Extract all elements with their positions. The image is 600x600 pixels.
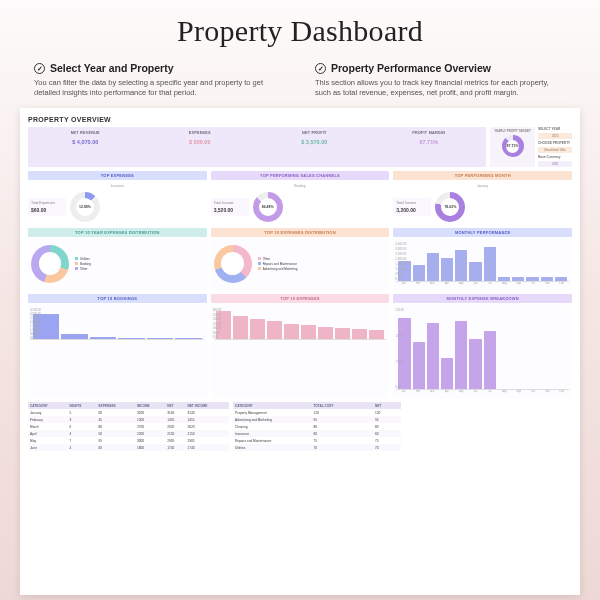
intro-body-0: You can filter the data by selecting a s… [34, 78, 285, 98]
gauge-value: 87.71% [502, 135, 524, 157]
intro-head-1: Property Performance Overview [331, 62, 491, 74]
top-expenses-hdr: TOP 10 EXPENSES [211, 294, 390, 303]
stat-donut: 86.49% [253, 192, 283, 222]
gauge-card: YEARLY PROFIT TARGET 87.71% [490, 127, 535, 167]
chart-bar [413, 265, 425, 281]
kpi-label: NET REVENUE [28, 131, 143, 135]
stat-hdr: TOP EXPENSES [28, 171, 207, 180]
chart-bar [369, 330, 384, 339]
filter-label: SELECT YEAR [538, 127, 572, 131]
kpi-label: EXPENSES [143, 131, 258, 135]
table-left: CATEGORYNIGHTSEXPENSESINCOMENETNET INCOM… [28, 402, 229, 451]
chart-bar [526, 277, 538, 281]
chart-bar [455, 250, 467, 282]
stat-donut: 78.62% [435, 192, 465, 222]
chart-bar [267, 321, 282, 339]
chart-bar [484, 247, 496, 281]
stat-name: Booking [211, 184, 390, 188]
chart-bar [427, 323, 439, 389]
chart-bar [318, 327, 333, 340]
chart-bar [147, 338, 173, 339]
chart-bar [118, 338, 144, 340]
chart-bar [555, 277, 567, 281]
donut-hdr: TOP 10 YEAR EXPENSES DISTRIBUTION [28, 228, 207, 237]
stat-hdr: TOP PERFORMING MONTH [393, 171, 572, 180]
kpi-label: PROFIT MARGIN [372, 131, 487, 135]
chart-bar [455, 321, 467, 389]
filter-label: Base Currency [538, 155, 572, 159]
table-row: Utilities7070 [233, 444, 401, 451]
top-expenses-chart: 300.00250.00200.00150.00100.0050.000.00 [211, 305, 390, 398]
gauge-donut: 87.71% [502, 135, 524, 157]
data-table: CATEGORYNIGHTSEXPENSESINCOMENETNET INCOM… [28, 402, 229, 451]
chart-bar [484, 331, 496, 389]
check-icon: ✓ [34, 63, 45, 74]
chart-bar [61, 334, 87, 339]
stat-name: Insurance [28, 184, 207, 188]
tables-row: CATEGORYNIGHTSEXPENSESINCOMENETNET INCOM… [28, 402, 572, 451]
stat-name: January [393, 184, 572, 188]
kpi-strip: NET REVENUE$ 4,070.00 EXPENSES$ 500.00 N… [28, 127, 486, 167]
dashboard-title: PROPERTY OVERVIEW [28, 116, 572, 123]
table-row: Cleaning8080 [233, 423, 401, 430]
kpi-value: $ 4,070.00 [28, 139, 143, 145]
stat-box: Total Expenses$60.00 [28, 198, 66, 216]
intro-head-0: Select Year and Property [50, 62, 174, 74]
charts-row-2: TOP 10 BOOKINGS 3,500.003,000.002,500.00… [28, 294, 572, 398]
intro-body-1: This section allows you to track key fin… [315, 78, 566, 98]
table-row: April450220021502150 [28, 430, 229, 437]
intro-col-right: ✓ Property Performance Overview This sec… [315, 62, 566, 98]
donut-legend: OtherRepairs and MaintenanceAdvertising … [258, 257, 298, 271]
monthly-perf-chart: 3,500.003,000.002,500.002,000.001,500.00… [393, 239, 572, 290]
table-row: February345150014551455 [28, 416, 229, 423]
intro-col-left: ✓ Select Year and Property You can filte… [34, 62, 285, 98]
monthly-expense-hdr: MONTHLY EXPENSE BREAKDOWN [393, 294, 572, 303]
monthly-perf-hdr: MONTHLY PERFORMANCE [393, 228, 572, 237]
check-icon: ✓ [315, 63, 326, 74]
kpi-row: NET REVENUE$ 4,070.00 EXPENSES$ 500.00 N… [28, 127, 572, 167]
chart-bar [541, 277, 553, 281]
chart-bar [441, 258, 453, 281]
kpi-value: $ 500.00 [143, 139, 258, 145]
table-right: CATEGORYTOTAL COSTNETProperty Management… [233, 402, 401, 451]
filter-label: CHOOSE PROPERTY [538, 141, 572, 145]
distribution-row: TOP 10 YEAR EXPENSES DISTRIBUTION Utilit… [28, 228, 572, 290]
year-select[interactable]: 2025 [538, 133, 572, 139]
currency-select[interactable]: USD [538, 161, 572, 167]
donut-hdr: TOP 10 EXPENSES DISTRIBUTION [211, 228, 390, 237]
table-row: Property Management120120 [233, 409, 401, 416]
donut-chart: UtilitiesBookingOther [28, 239, 207, 290]
table-row: May795300029052905 [28, 437, 229, 444]
chart-bar [284, 324, 299, 339]
table-row: March680270026202620 [28, 423, 229, 430]
kpi-value: 87.71% [372, 139, 487, 145]
gauge-title: YEARLY PROFIT TARGET [492, 129, 533, 133]
stat-box: Total Income3,200.00 [393, 198, 431, 216]
chart-bar [335, 328, 350, 340]
top-bookings-hdr: TOP 10 BOOKINGS [28, 294, 207, 303]
chart-bar [301, 325, 316, 339]
monthly-expense-chart: 150.00100.0075.000.00 JanFebMarAprMayJun… [393, 305, 572, 398]
chart-bar [90, 337, 116, 339]
donut-chart: OtherRepairs and MaintenanceAdvertising … [211, 239, 390, 290]
chart-bar [175, 338, 201, 339]
page-title: Property Dashboard [0, 14, 600, 48]
chart-bar [469, 339, 481, 389]
table-row: June460180017401740 [28, 444, 229, 451]
data-table: CATEGORYTOTAL COSTNETProperty Management… [233, 402, 401, 451]
chart-bar [427, 253, 439, 282]
dashboard: PROPERTY OVERVIEW NET REVENUE$ 4,070.00 … [20, 108, 580, 595]
kpi-value: $ 3,570.00 [257, 139, 372, 145]
donut-legend: UtilitiesBookingOther [75, 257, 91, 271]
stat-hdr: TOP PERFORMING SALES CHANNELS [211, 171, 390, 180]
chart-bar [233, 316, 248, 339]
table-row: Advertising and Marketing9595 [233, 416, 401, 423]
property-select[interactable]: Beachfront Villa [538, 147, 572, 153]
chart-bar [512, 277, 524, 281]
stat-box: Total Income3,520.00 [211, 198, 249, 216]
chart-bar [352, 329, 367, 340]
chart-bar [441, 358, 453, 390]
chart-bar [498, 277, 510, 281]
table-row: Repairs and Maintenance7575 [233, 437, 401, 444]
stat-row: TOP EXPENSES Insurance Total Expenses$60… [28, 171, 572, 224]
